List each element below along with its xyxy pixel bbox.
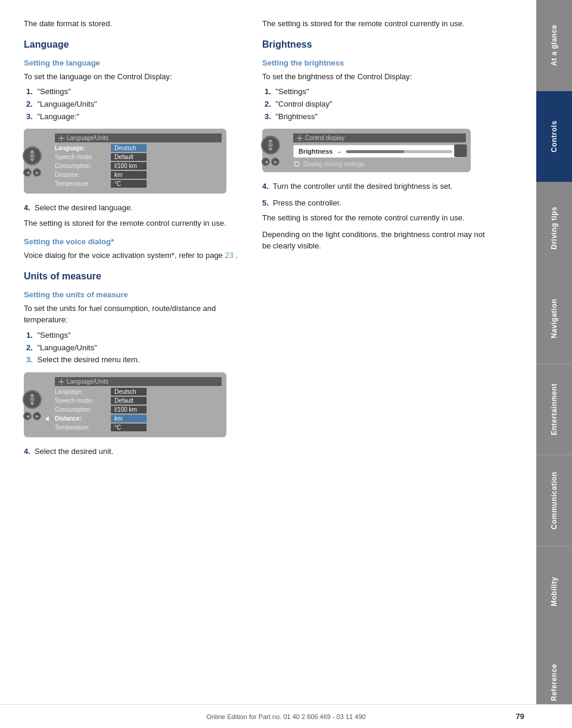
svg-rect-7 (61, 383, 62, 385)
step-2: 2. "Language/Units" (24, 98, 244, 111)
gear-icon-3 (297, 135, 303, 141)
page-number-area: 79 (516, 712, 524, 721)
sidebar-tab-navigation[interactable]: Navigation (536, 273, 572, 364)
intro-text-left: The date format is stored. (24, 18, 244, 30)
svg-rect-8 (58, 381, 60, 382)
svg-point-10 (299, 137, 301, 139)
units-step-1: 1. "Settings" (24, 329, 244, 342)
sidebar-tab-communication[interactable]: Communication (536, 455, 572, 546)
page-number: 79 (516, 712, 524, 721)
setting-language-intro: To set the language on the Control Displ… (24, 71, 244, 83)
screen-right-controls (454, 144, 467, 157)
step-1: 1. "Settings" (24, 86, 244, 98)
footer-text: Online Edition for Part no. 01 40 2 606 … (206, 713, 365, 720)
units-steps: 1. "Settings" 2. "Language/Units" 3. Sel… (24, 329, 244, 366)
screen2-box: ◀ ▶ (24, 372, 226, 437)
units-step-3: 3. Select the desired menu item. (24, 354, 244, 366)
svg-rect-13 (297, 138, 299, 139)
sidebar-tab-at-a-glance[interactable]: At a glance (536, 0, 572, 91)
screen1-title: Language/Units (67, 135, 108, 141)
checkbox-icon: ✓ (293, 160, 300, 167)
voice-dialog-subheading: Setting the voice dialog* (24, 237, 244, 246)
brightness-screen-box: ◀ ▶ Contr (262, 129, 471, 172)
units-heading: Units of measure (24, 271, 244, 282)
screen1-row-temperature: Temperature: °C (55, 180, 222, 188)
after-brightness-2: Depending on the light conditions, the b… (262, 229, 489, 252)
brightness-steps: 1. "Settings" 2. "Control display" 3. "B… (262, 86, 489, 123)
sidebar-tab-navigation-label: Navigation (550, 298, 558, 338)
brightness-slider (346, 150, 452, 153)
voice-dialog-body: Voice dialog for the voice activation sy… (24, 250, 244, 262)
brightness-step-2: 2. "Control display" (262, 98, 489, 111)
svg-point-5 (60, 381, 63, 383)
sidebar-tab-mobility-label: Mobility (550, 577, 558, 606)
sidebar-tab-driving-tips-label: Driving tips (550, 206, 558, 249)
brightness-control-row: Brightness – + (293, 145, 466, 158)
step5-brightness: 5. Press the controller. (262, 197, 489, 209)
page-wrapper: The date format is stored. Language Sett… (0, 0, 572, 728)
setting-language-subheading: Setting the language (24, 58, 244, 67)
page-footer: Online Edition for Part no. 01 40 2 606 … (0, 704, 572, 728)
screen2-row-consumption: Consumption: l/100 km (55, 406, 222, 413)
sidebar-tab-entertainment[interactable]: Entertainment (536, 364, 572, 455)
svg-rect-4 (63, 138, 65, 139)
display-driving-settings-row: ✓ Display driving settings (293, 160, 466, 167)
sidebar-tab-controls-label: Controls (550, 120, 558, 152)
units-step-2: 2. "Language/Units" (24, 342, 244, 354)
sidebar: At a glance Controls Driving tips Naviga… (536, 0, 572, 728)
svg-rect-3 (58, 138, 60, 139)
brightness-screen-content: Control display Brightness – + (293, 133, 466, 167)
svg-rect-14 (301, 138, 303, 139)
svg-rect-6 (61, 379, 62, 381)
step4-language: 4. Select the desired language. (24, 202, 244, 214)
screen2-wrapper: ◀ ▶ (24, 372, 244, 437)
screen2-content: Language/Units Language: Deutsch Speech … (55, 377, 222, 431)
svg-rect-12 (299, 139, 300, 141)
language-heading: Language (24, 39, 244, 50)
svg-rect-9 (63, 381, 65, 382)
display-driving-settings-label: Display driving settings (303, 161, 364, 167)
screen1-box: ◀ ▶ Langu (24, 129, 226, 194)
sidebar-tab-reference-label: Reference (550, 664, 558, 701)
screen2-row-speech: Speech mode: Default (55, 397, 222, 405)
step-3: 3. "Language:" (24, 111, 244, 123)
sidebar-tab-communication-label: Communication (550, 472, 558, 530)
svg-point-0 (60, 137, 63, 139)
units-intro: To set the units for fuel consumption, r… (24, 303, 244, 326)
brightness-label: Brightness (299, 148, 332, 155)
brightness-screen-title: Control display (305, 135, 344, 141)
main-content: The date format is stored. Language Sett… (0, 0, 536, 728)
brightness-step-3: 3. "Brightness" (262, 111, 489, 123)
brightness-minus-icon: – (337, 148, 341, 155)
screen1-header: Language/Units (55, 133, 222, 142)
sidebar-tab-driving-tips[interactable]: Driving tips (536, 182, 572, 273)
sidebar-tab-at-a-glance-label: At a glance (550, 25, 558, 67)
right-column: The setting is stored for the remote con… (256, 18, 489, 692)
sidebar-tab-mobility[interactable]: Mobility (536, 546, 572, 637)
sidebar-tab-controls[interactable]: Controls (536, 91, 572, 182)
screen2-title: Language/Units (67, 378, 108, 385)
screen2-row-language: Language: Deutsch (55, 388, 222, 396)
right-control-btn (454, 144, 467, 157)
brightness-heading: Brightness (262, 39, 489, 50)
svg-rect-11 (299, 135, 300, 137)
screen1-row-consumption: Consumption: l/100 km (55, 162, 222, 170)
brightness-slider-fill (346, 150, 405, 153)
voice-dialog-link[interactable]: 23 (225, 251, 233, 260)
screen1-row-language: Language: Deutsch (55, 144, 222, 152)
svg-rect-1 (61, 135, 62, 137)
screen1-content: Language/Units Language: Deutsch Speech … (55, 133, 222, 188)
gear-icon (58, 135, 64, 141)
screen1-row-distance: Distance: km (55, 171, 222, 179)
step4-brightness: 4. Turn the controller until the desired… (262, 181, 489, 192)
units-subheading: Setting the units of measure (24, 290, 244, 299)
screen1-row-speech: Speech mode: Default (55, 153, 222, 161)
screen1-wrapper: ◀ ▶ Langu (24, 129, 244, 194)
gear-icon-2 (58, 379, 64, 385)
svg-rect-2 (61, 139, 62, 141)
left-column: The date format is stored. Language Sett… (24, 18, 256, 692)
language-steps: 1. "Settings" 2. "Language/Units" 3. "La… (24, 86, 244, 123)
brightness-step-1: 1. "Settings" (262, 86, 489, 98)
setting-brightness-subheading: Setting the brightness (262, 58, 489, 67)
intro-text-right: The setting is stored for the remote con… (262, 18, 489, 30)
